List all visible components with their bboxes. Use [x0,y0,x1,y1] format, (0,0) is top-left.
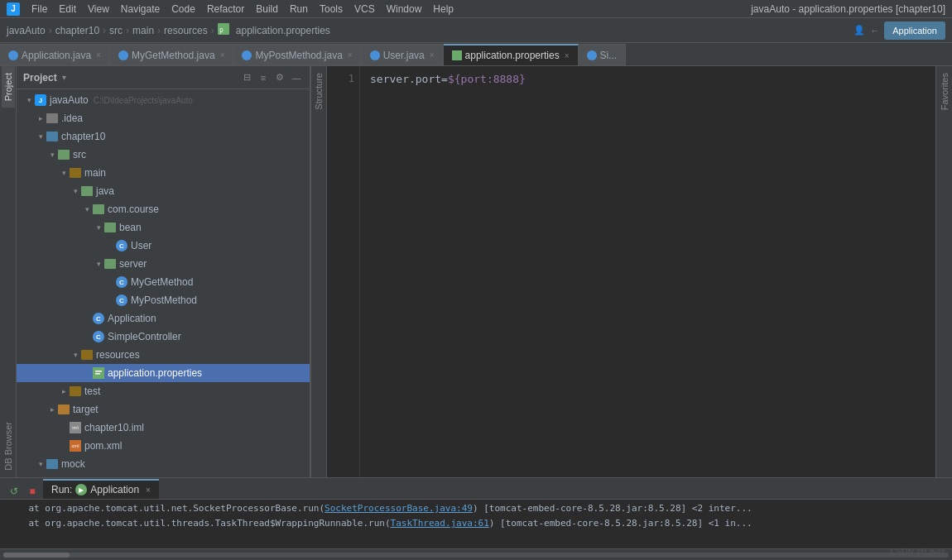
scrollbar-thumb[interactable] [3,553,70,558]
line-number: 1 [332,73,354,84]
iml-file-icon: iml [70,422,81,433]
scrollbar-track[interactable] [3,553,949,558]
stop-icon[interactable]: ■ [25,484,40,499]
svg-text:p: p [219,26,224,34]
sidebar-project-tab[interactable]: Project [2,66,15,108]
tab-application-properties[interactable]: application.properties × [444,44,579,65]
bottom-tab-close[interactable]: × [146,486,151,495]
tree-item-java[interactable]: java [17,182,310,200]
tab-simplecontroller[interactable]: Si... [579,44,627,65]
menu-code[interactable]: Code [166,2,200,17]
tree-label: chapter10 [61,131,105,142]
run-app-icon: ▶ [75,484,87,495]
tab-label: Application.java [22,50,91,61]
run-config-button[interactable]: Application [884,22,945,40]
close-panel-icon[interactable]: — [290,71,303,84]
breadcrumb-javaAuto[interactable]: javaAuto [7,25,46,36]
menu-file[interactable]: File [26,2,52,17]
tree-item-User[interactable]: C User [17,237,310,255]
tree-arrow [93,258,104,270]
menu-bar-right: javaAuto - application.properties [chapt… [751,3,945,15]
properties-file-icon: p [218,23,229,35]
tree-label: src [73,149,86,160]
bottom-panel: ↺ ■ Run: ▶ Application × at org.apache.t… [0,477,952,560]
tree-item-main[interactable]: main [17,164,310,182]
breadcrumb-main[interactable]: main [132,25,154,36]
tree-item-mock[interactable]: mock [17,455,310,473]
tab-user-java[interactable]: User.java × [362,44,444,65]
tabs-bar: Application.java × MyGetMethod.java × My… [0,43,952,66]
tree-item-com-course[interactable]: com.course [17,200,310,218]
tree-item-bean[interactable]: bean [17,218,310,237]
menu-view[interactable]: View [83,2,114,17]
tab-mygetmethod-java[interactable]: MyGetMethod.java × [110,44,234,65]
tree-item-target[interactable]: target [17,400,310,419]
svg-rect-4 [95,373,100,375]
menu-help[interactable]: Help [428,2,459,17]
bottom-log-content[interactable]: at org.apache.tomcat.util.net.SocketProc… [0,500,952,548]
breadcrumb-application-properties[interactable]: application.properties [236,25,330,36]
log-link-1[interactable]: SocketProcessorBase.java:49 [325,503,473,514]
tree-item-chapter10[interactable]: chapter10 [17,127,310,146]
project-root-icon: J [35,94,46,106]
expand-all-icon[interactable]: ≡ [257,71,270,84]
tree-item-application-properties[interactable]: application.properties [17,364,310,382]
tab-close[interactable]: × [430,50,435,60]
java-file-icon [370,50,380,60]
java-file-icon: C [93,313,104,324]
log-suffix: ) [tomcat-embed-core-8.5.28.jar:8.5.28] … [489,518,752,529]
menu-navigate[interactable]: Navigate [116,2,165,17]
tree-item-pom-xml[interactable]: xml pom.xml [17,437,310,455]
bottom-tab-run[interactable]: Run: ▶ Application × [43,479,159,499]
editor-content: 1 server.port=${port:8888} [327,66,935,477]
breadcrumb-chapter10[interactable]: chapter10 [55,25,99,36]
menu-edit[interactable]: Edit [54,2,81,17]
tree-item-chapter10-iml[interactable]: iml chapter10.iml [17,419,310,437]
breadcrumb-src[interactable]: src [109,25,123,36]
structure-label[interactable]: Structure [312,66,325,117]
tree-item-MyPostMethod[interactable]: C MyPostMethod [17,291,310,309]
tree-item-src[interactable]: src [17,146,310,164]
user-icon: 👤 [853,25,865,36]
sidebar-favorites-tab[interactable]: Favorites [938,66,951,117]
back-icon[interactable]: ← [870,26,879,36]
tab-close[interactable]: × [220,50,225,60]
tab-close[interactable]: × [348,50,353,60]
tree-item-idea[interactable]: .idea [17,109,310,127]
tab-mypostmethod-java[interactable]: MyPostMethod.java × [233,44,361,65]
menu-window[interactable]: Window [382,2,427,17]
breadcrumb-resources[interactable]: resources [164,25,208,36]
bottom-tabs: ↺ ■ Run: ▶ Application × [0,478,952,500]
tree-arrow [35,112,46,124]
folder-icon [104,259,116,269]
tree-item-javaAuto[interactable]: J javaAuto C:\D\IdeaProjects\javaAuto [17,91,310,109]
menu-tools[interactable]: Tools [315,2,348,17]
tree-item-server[interactable]: server [17,255,310,273]
tab-close[interactable]: × [96,50,101,60]
breadcrumb: javaAuto › chapter10 › src › main › reso… [7,23,330,37]
tree-label: com.course [108,203,159,215]
editor-area: 1 server.port=${port:8888} [327,66,935,477]
bottom-scrollbar [0,548,952,560]
props-file-icon [93,367,104,379]
menu-vcs[interactable]: VCS [349,2,380,17]
tab-label: application.properties [465,50,560,61]
menu-build[interactable]: Build [251,2,283,17]
tab-close[interactable]: × [565,51,570,60]
tree-item-MyGetMethod[interactable]: C MyGetMethod [17,273,310,291]
restart-icon[interactable]: ↺ [7,484,22,499]
code-editor[interactable]: server.port=${port:8888} [360,66,935,477]
tree-item-Application[interactable]: C Application [17,309,310,328]
tree-item-resources[interactable]: resources [17,346,310,364]
log-link-2[interactable]: TaskThread.java:61 [391,518,489,529]
tree-item-test[interactable]: test [17,382,310,400]
tree-item-SimpleController[interactable]: C SimpleController [17,328,310,346]
tree-label: resources [96,349,140,361]
sidebar-db-browser-tab[interactable]: DB Browser [2,415,15,477]
gear-icon[interactable]: ⚙ [273,71,286,84]
java-file-icon: C [116,240,127,251]
tab-application-java[interactable]: Application.java × [0,44,110,65]
collapse-all-icon[interactable]: ⊟ [240,71,253,84]
menu-run[interactable]: Run [285,2,313,17]
menu-refactor[interactable]: Refactor [202,2,249,17]
